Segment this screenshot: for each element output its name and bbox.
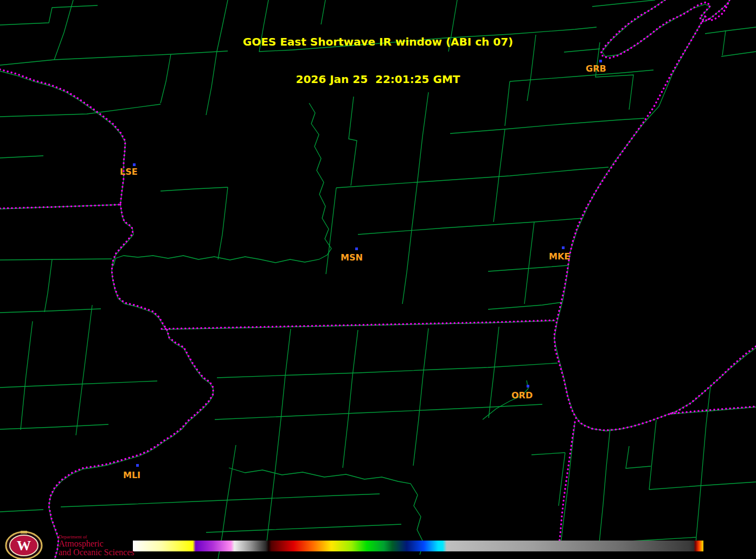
county-boundary-line [326, 188, 336, 274]
county-boundary-line [218, 187, 228, 259]
title-line-1: GOES East Shortwave IR window (ABI ch 07… [0, 36, 756, 48]
county-boundary-line [215, 404, 542, 420]
county-boundary-line [450, 118, 644, 134]
county-boundary-line [217, 363, 558, 378]
county-boundary-line [0, 381, 157, 388]
colorbar [133, 541, 703, 551]
state-border-dotted-line [162, 320, 556, 329]
county-boundary-line [560, 422, 575, 549]
county-boundary-line [489, 327, 499, 418]
station-label-lse: LSE [120, 167, 138, 177]
county-boundary-line [336, 167, 608, 188]
county-boundary-line [113, 103, 331, 266]
county-boundary-line [0, 309, 101, 313]
county-boundary-line [524, 222, 534, 304]
logo-name-line1: Atmospheric [59, 539, 134, 548]
county-boundary-line [76, 305, 92, 435]
logo-text: Department of Atmospheric and Oceanic Sc… [59, 534, 134, 557]
county-boundary-line [592, 0, 655, 7]
county-boundary-line [412, 92, 428, 226]
county-boundary-line [488, 302, 562, 309]
county-boundary-line [0, 259, 112, 260]
station-label-mke: MKE [549, 251, 570, 262]
county-boundary-line [0, 424, 108, 429]
station-label-mli: MLI [123, 470, 140, 480]
uw-crest-icon: W [4, 531, 54, 559]
county-boundary-line [0, 510, 43, 512]
logo-name-line2: and Oceanic Sciences [59, 548, 134, 557]
image-title: GOES East Shortwave IR window (ABI ch 07… [0, 11, 756, 111]
uw-aos-logo: W Department of Atmospheric and Oceanic … [4, 531, 167, 559]
county-boundary-line [206, 524, 401, 532]
title-line-2: 2026 Jan 25 22:01:25 GMT [0, 73, 756, 86]
county-boundary-line [488, 265, 568, 271]
county-boundary-line [626, 446, 651, 468]
county-boundary-line [266, 329, 291, 546]
county-boundary-line [343, 330, 358, 468]
station-dot-msn [355, 247, 358, 250]
station-label-ord: ORD [511, 390, 533, 401]
county-boundary-line [494, 129, 505, 222]
county-boundary-line [402, 226, 412, 304]
county-boundary-line [161, 187, 228, 191]
county-boundary-line [649, 482, 756, 490]
county-boundary-line [0, 156, 43, 158]
state-border-dotted-line [0, 205, 120, 208]
station-dot-ord [527, 385, 529, 388]
county-boundary-line [413, 328, 428, 466]
county-boundary-line [21, 321, 33, 430]
county-boundary-line [358, 218, 583, 234]
county-boundary-line [559, 453, 565, 506]
station-layer: GRBLSEMSNMKEORDMLI [120, 60, 606, 480]
county-boundary-line [61, 494, 380, 507]
station-dot-mli [136, 464, 139, 467]
county-boundary-line [649, 420, 656, 490]
county-boundary-line [599, 429, 610, 543]
station-label-msn: MSN [341, 252, 363, 263]
crest-monogram: W [17, 538, 31, 554]
county-boundary-line [44, 259, 52, 312]
station-dot-mke [562, 246, 565, 249]
county-boundary-line [696, 386, 710, 543]
station-dot-lse [133, 163, 136, 166]
county-boundary-line [531, 453, 565, 455]
satellite-image-page: GRBLSEMSNMKEORDMLI GOES East Shortwave I… [0, 0, 756, 559]
